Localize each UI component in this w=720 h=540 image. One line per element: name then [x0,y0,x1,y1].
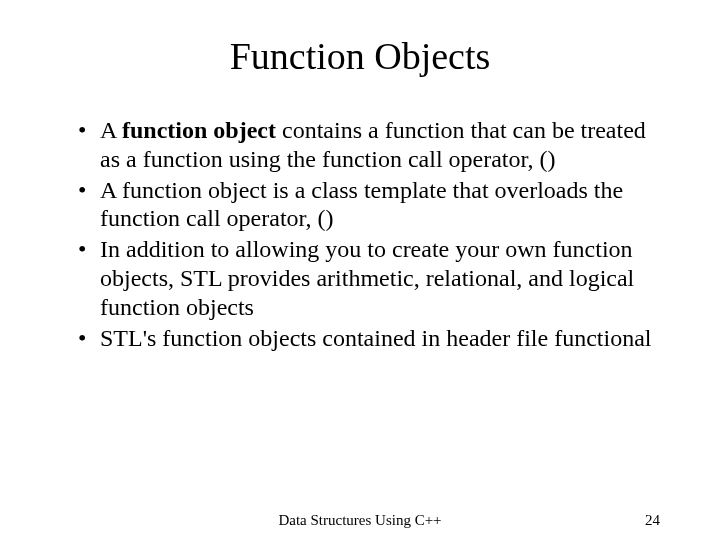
bullet-text-rest: A function object is a class template th… [100,177,623,232]
bullet-text-prefix: A [100,117,122,143]
bullet-item: In addition to allowing you to create yo… [78,235,670,321]
page-number: 24 [645,512,660,529]
slide-title: Function Objects [50,34,670,78]
bullet-text-rest: STL's function objects contained in head… [100,325,651,351]
bullet-item: A function object is a class template th… [78,176,670,234]
slide: Function Objects A function object conta… [0,0,720,540]
footer-text: Data Structures Using C++ [278,512,441,529]
bullet-text-rest: In addition to allowing you to create yo… [100,236,634,320]
bullet-list: A function object contains a function th… [50,116,670,352]
bullet-item: A function object contains a function th… [78,116,670,174]
bullet-text-bold: function object [122,117,276,143]
bullet-item: STL's function objects contained in head… [78,324,670,353]
